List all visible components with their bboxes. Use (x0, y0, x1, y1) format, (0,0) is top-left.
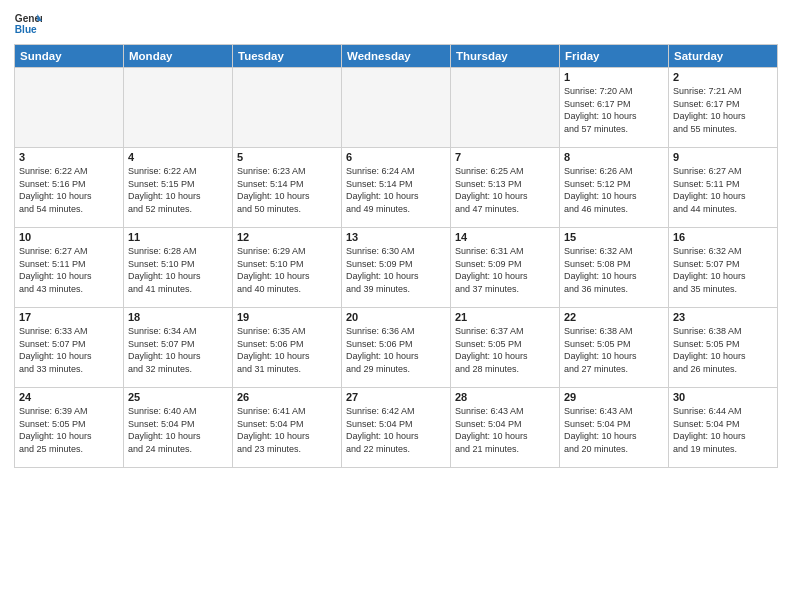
day-cell-2: 2Sunrise: 7:21 AM Sunset: 6:17 PM Daylig… (669, 68, 778, 148)
day-cell-30: 30Sunrise: 6:44 AM Sunset: 5:04 PM Dayli… (669, 388, 778, 468)
day-number: 7 (455, 151, 555, 163)
day-number: 6 (346, 151, 446, 163)
weekday-header-tuesday: Tuesday (233, 45, 342, 68)
day-info: Sunrise: 6:37 AM Sunset: 5:05 PM Dayligh… (455, 325, 555, 375)
week-row-2: 3Sunrise: 6:22 AM Sunset: 5:16 PM Daylig… (15, 148, 778, 228)
weekday-header-row: SundayMondayTuesdayWednesdayThursdayFrid… (15, 45, 778, 68)
day-number: 18 (128, 311, 228, 323)
week-row-4: 17Sunrise: 6:33 AM Sunset: 5:07 PM Dayli… (15, 308, 778, 388)
day-number: 28 (455, 391, 555, 403)
weekday-header-saturday: Saturday (669, 45, 778, 68)
day-info: Sunrise: 6:23 AM Sunset: 5:14 PM Dayligh… (237, 165, 337, 215)
day-number: 22 (564, 311, 664, 323)
day-number: 30 (673, 391, 773, 403)
day-number: 21 (455, 311, 555, 323)
day-cell-26: 26Sunrise: 6:41 AM Sunset: 5:04 PM Dayli… (233, 388, 342, 468)
day-info: Sunrise: 6:38 AM Sunset: 5:05 PM Dayligh… (673, 325, 773, 375)
day-info: Sunrise: 6:43 AM Sunset: 5:04 PM Dayligh… (564, 405, 664, 455)
day-number: 1 (564, 71, 664, 83)
day-cell-empty-1 (124, 68, 233, 148)
day-number: 20 (346, 311, 446, 323)
day-number: 15 (564, 231, 664, 243)
day-cell-22: 22Sunrise: 6:38 AM Sunset: 5:05 PM Dayli… (560, 308, 669, 388)
day-number: 12 (237, 231, 337, 243)
day-number: 16 (673, 231, 773, 243)
weekday-header-wednesday: Wednesday (342, 45, 451, 68)
day-info: Sunrise: 6:35 AM Sunset: 5:06 PM Dayligh… (237, 325, 337, 375)
day-cell-17: 17Sunrise: 6:33 AM Sunset: 5:07 PM Dayli… (15, 308, 124, 388)
day-info: Sunrise: 6:32 AM Sunset: 5:07 PM Dayligh… (673, 245, 773, 295)
day-number: 8 (564, 151, 664, 163)
day-info: Sunrise: 6:44 AM Sunset: 5:04 PM Dayligh… (673, 405, 773, 455)
day-info: Sunrise: 6:41 AM Sunset: 5:04 PM Dayligh… (237, 405, 337, 455)
day-cell-20: 20Sunrise: 6:36 AM Sunset: 5:06 PM Dayli… (342, 308, 451, 388)
day-info: Sunrise: 6:31 AM Sunset: 5:09 PM Dayligh… (455, 245, 555, 295)
day-number: 10 (19, 231, 119, 243)
day-number: 25 (128, 391, 228, 403)
day-info: Sunrise: 6:29 AM Sunset: 5:10 PM Dayligh… (237, 245, 337, 295)
logo-icon: General Blue (14, 10, 42, 38)
weekday-header-thursday: Thursday (451, 45, 560, 68)
day-info: Sunrise: 6:39 AM Sunset: 5:05 PM Dayligh… (19, 405, 119, 455)
day-cell-16: 16Sunrise: 6:32 AM Sunset: 5:07 PM Dayli… (669, 228, 778, 308)
day-number: 26 (237, 391, 337, 403)
day-cell-18: 18Sunrise: 6:34 AM Sunset: 5:07 PM Dayli… (124, 308, 233, 388)
day-number: 23 (673, 311, 773, 323)
day-cell-14: 14Sunrise: 6:31 AM Sunset: 5:09 PM Dayli… (451, 228, 560, 308)
day-info: Sunrise: 6:24 AM Sunset: 5:14 PM Dayligh… (346, 165, 446, 215)
day-cell-28: 28Sunrise: 6:43 AM Sunset: 5:04 PM Dayli… (451, 388, 560, 468)
day-info: Sunrise: 6:22 AM Sunset: 5:16 PM Dayligh… (19, 165, 119, 215)
logo: General Blue (14, 10, 42, 38)
day-number: 5 (237, 151, 337, 163)
day-cell-empty-0 (15, 68, 124, 148)
day-cell-21: 21Sunrise: 6:37 AM Sunset: 5:05 PM Dayli… (451, 308, 560, 388)
day-info: Sunrise: 6:32 AM Sunset: 5:08 PM Dayligh… (564, 245, 664, 295)
day-cell-8: 8Sunrise: 6:26 AM Sunset: 5:12 PM Daylig… (560, 148, 669, 228)
week-row-1: 1Sunrise: 7:20 AM Sunset: 6:17 PM Daylig… (15, 68, 778, 148)
day-cell-11: 11Sunrise: 6:28 AM Sunset: 5:10 PM Dayli… (124, 228, 233, 308)
day-info: Sunrise: 6:43 AM Sunset: 5:04 PM Dayligh… (455, 405, 555, 455)
day-cell-12: 12Sunrise: 6:29 AM Sunset: 5:10 PM Dayli… (233, 228, 342, 308)
day-cell-10: 10Sunrise: 6:27 AM Sunset: 5:11 PM Dayli… (15, 228, 124, 308)
day-number: 9 (673, 151, 773, 163)
day-info: Sunrise: 6:26 AM Sunset: 5:12 PM Dayligh… (564, 165, 664, 215)
week-row-3: 10Sunrise: 6:27 AM Sunset: 5:11 PM Dayli… (15, 228, 778, 308)
day-cell-15: 15Sunrise: 6:32 AM Sunset: 5:08 PM Dayli… (560, 228, 669, 308)
day-info: Sunrise: 6:28 AM Sunset: 5:10 PM Dayligh… (128, 245, 228, 295)
day-cell-empty-3 (342, 68, 451, 148)
day-cell-9: 9Sunrise: 6:27 AM Sunset: 5:11 PM Daylig… (669, 148, 778, 228)
day-info: Sunrise: 6:30 AM Sunset: 5:09 PM Dayligh… (346, 245, 446, 295)
day-info: Sunrise: 6:36 AM Sunset: 5:06 PM Dayligh… (346, 325, 446, 375)
day-cell-25: 25Sunrise: 6:40 AM Sunset: 5:04 PM Dayli… (124, 388, 233, 468)
day-cell-4: 4Sunrise: 6:22 AM Sunset: 5:15 PM Daylig… (124, 148, 233, 228)
day-info: Sunrise: 6:27 AM Sunset: 5:11 PM Dayligh… (673, 165, 773, 215)
weekday-header-friday: Friday (560, 45, 669, 68)
header: General Blue (14, 10, 778, 38)
day-number: 11 (128, 231, 228, 243)
week-row-5: 24Sunrise: 6:39 AM Sunset: 5:05 PM Dayli… (15, 388, 778, 468)
weekday-header-monday: Monday (124, 45, 233, 68)
svg-text:Blue: Blue (15, 24, 37, 35)
day-number: 3 (19, 151, 119, 163)
day-info: Sunrise: 6:40 AM Sunset: 5:04 PM Dayligh… (128, 405, 228, 455)
day-cell-19: 19Sunrise: 6:35 AM Sunset: 5:06 PM Dayli… (233, 308, 342, 388)
day-number: 4 (128, 151, 228, 163)
day-cell-1: 1Sunrise: 7:20 AM Sunset: 6:17 PM Daylig… (560, 68, 669, 148)
day-info: Sunrise: 6:22 AM Sunset: 5:15 PM Dayligh… (128, 165, 228, 215)
day-cell-13: 13Sunrise: 6:30 AM Sunset: 5:09 PM Dayli… (342, 228, 451, 308)
day-cell-7: 7Sunrise: 6:25 AM Sunset: 5:13 PM Daylig… (451, 148, 560, 228)
day-info: Sunrise: 7:21 AM Sunset: 6:17 PM Dayligh… (673, 85, 773, 135)
day-number: 29 (564, 391, 664, 403)
day-cell-23: 23Sunrise: 6:38 AM Sunset: 5:05 PM Dayli… (669, 308, 778, 388)
day-info: Sunrise: 6:34 AM Sunset: 5:07 PM Dayligh… (128, 325, 228, 375)
day-cell-6: 6Sunrise: 6:24 AM Sunset: 5:14 PM Daylig… (342, 148, 451, 228)
day-info: Sunrise: 6:25 AM Sunset: 5:13 PM Dayligh… (455, 165, 555, 215)
day-cell-24: 24Sunrise: 6:39 AM Sunset: 5:05 PM Dayli… (15, 388, 124, 468)
calendar-table: SundayMondayTuesdayWednesdayThursdayFrid… (14, 44, 778, 468)
day-number: 27 (346, 391, 446, 403)
day-info: Sunrise: 6:27 AM Sunset: 5:11 PM Dayligh… (19, 245, 119, 295)
day-number: 14 (455, 231, 555, 243)
day-number: 24 (19, 391, 119, 403)
day-number: 13 (346, 231, 446, 243)
day-info: Sunrise: 6:33 AM Sunset: 5:07 PM Dayligh… (19, 325, 119, 375)
